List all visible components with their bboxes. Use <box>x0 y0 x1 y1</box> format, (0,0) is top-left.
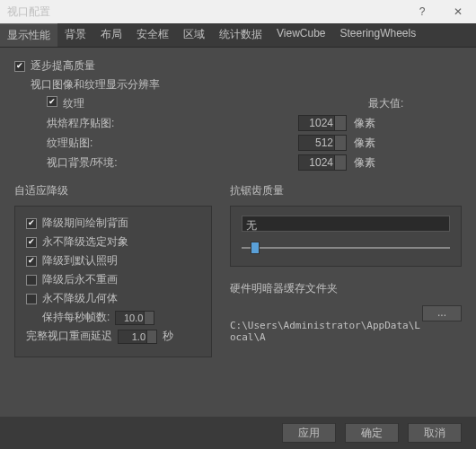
progressive-checkbox[interactable] <box>14 61 25 72</box>
antialias-group: 无 <box>230 206 462 267</box>
max-label: 最大值: <box>368 96 451 111</box>
never-redraw-checkbox[interactable] <box>26 275 37 286</box>
tab-layout[interactable]: 布局 <box>93 23 129 47</box>
never-degrade-sel-label: 永不降级选定对象 <box>42 234 128 250</box>
fps-label: 保持每秒帧数: <box>42 310 110 325</box>
texture-label: 纹理 <box>63 96 84 111</box>
slider-thumb[interactable] <box>251 242 260 254</box>
resolution-subtitle: 视口图像和纹理显示分辨率 <box>31 77 160 92</box>
tab-safeframe[interactable]: 安全框 <box>129 23 176 47</box>
viewport-bg-label: 视口背景/环境: <box>47 155 298 171</box>
content-area: 逐步提高质量 视口图像和纹理显示分辨率 纹理 最大值: 烘焙程序贴图: 1024… <box>0 48 476 368</box>
never-degrade-sel-checkbox[interactable] <box>26 237 37 248</box>
titlebar: 视口配置 ? ✕ <box>0 0 476 23</box>
draw-backface-checkbox[interactable] <box>26 218 37 229</box>
baked-maps-unit: 像素 <box>354 116 377 131</box>
apply-button[interactable]: 应用 <box>282 423 336 443</box>
ok-button[interactable]: 确定 <box>345 423 399 443</box>
cache-path: C:\Users\Administrator\AppData\Local\A <box>230 320 462 343</box>
delay-spinner[interactable]: 1.0 <box>118 330 157 344</box>
delay-label: 完整视口重画延迟 <box>26 329 112 344</box>
viewport-bg-spinner[interactable]: 1024 <box>298 154 347 171</box>
fps-spinner[interactable]: 10.0 <box>115 311 154 325</box>
degrade-lighting-label: 降级到默认照明 <box>42 253 118 269</box>
cancel-button[interactable]: 取消 <box>408 423 462 443</box>
footer: 应用 确定 取消 <box>0 417 476 449</box>
degrade-lighting-checkbox[interactable] <box>26 256 37 267</box>
tab-viewcube[interactable]: ViewCube <box>269 23 332 47</box>
help-button[interactable]: ? <box>404 0 440 23</box>
viewport-bg-unit: 像素 <box>354 155 377 171</box>
tab-steeringwheels[interactable]: SteeringWheels <box>332 23 423 47</box>
never-redraw-label: 降级后永不重画 <box>42 272 118 287</box>
never-degrade-geom-checkbox[interactable] <box>26 294 37 304</box>
tab-bar: 显示性能 背景 布局 安全框 区域 统计数据 ViewCube Steering… <box>0 23 476 48</box>
texture-maps-label: 纹理贴图: <box>47 136 298 151</box>
tab-background[interactable]: 背景 <box>57 23 93 47</box>
antialias-title: 抗锯齿质量 <box>230 183 462 198</box>
tab-display-perf[interactable]: 显示性能 <box>0 23 57 47</box>
tab-region[interactable]: 区域 <box>176 23 212 47</box>
adaptive-group: 降级期间绘制背面 永不降级选定对象 降级到默认照明 降级后永不重画 永不降级几何… <box>14 206 212 357</box>
texture-checkbox[interactable] <box>47 96 57 107</box>
browse-button[interactable]: ... <box>422 305 462 321</box>
texture-maps-spinner[interactable]: 512 <box>298 135 347 151</box>
hardware-cache-title: 硬件明暗器缓存文件夹 <box>230 281 462 296</box>
close-button[interactable]: ✕ <box>440 0 476 23</box>
baked-maps-label: 烘焙程序贴图: <box>47 116 298 131</box>
antialias-value[interactable]: 无 <box>242 216 450 232</box>
delay-unit: 秒 <box>163 329 173 344</box>
texture-maps-unit: 像素 <box>354 136 377 151</box>
antialias-slider[interactable] <box>242 239 450 257</box>
tab-stats[interactable]: 统计数据 <box>212 23 269 47</box>
progressive-label: 逐步提高质量 <box>31 58 95 74</box>
window-title: 视口配置 <box>7 4 50 20</box>
baked-maps-spinner[interactable]: 1024 <box>298 115 347 131</box>
draw-backface-label: 降级期间绘制背面 <box>42 216 128 231</box>
adaptive-title: 自适应降级 <box>14 183 212 198</box>
never-degrade-geom-label: 永不降级几何体 <box>42 291 118 306</box>
